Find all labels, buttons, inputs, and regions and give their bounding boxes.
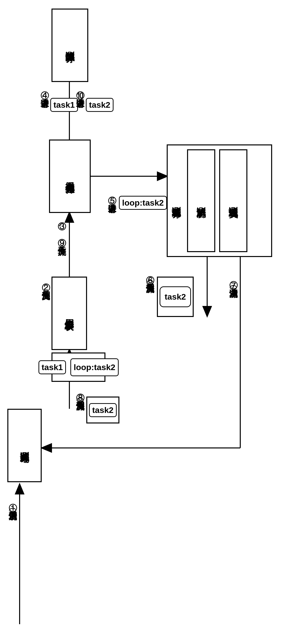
step5-loop-task2-wrap: loop:task2: [119, 196, 167, 210]
test-server-label: 测试服务端: [18, 444, 31, 447]
step8-label: ⑧测试用例文件（测试流）: [75, 387, 86, 395]
step5-loop-task2: loop:task2: [119, 196, 167, 210]
test-logic-service-box: 测试逻辑服务 测试流解析 测试逻辑实现: [167, 144, 272, 257]
step2-loop-task2: loop:task2: [70, 358, 118, 376]
test-logic-impl-label: 测试逻辑实现: [227, 199, 240, 202]
step2-task1: task1: [39, 360, 66, 374]
test-server-box: 测试服务端: [7, 409, 42, 482]
step4-task1: task1: [50, 98, 78, 112]
step10-label: ⑩服务请求: [75, 84, 86, 93]
step8-task2: task2: [89, 403, 117, 417]
step10-task2-wrap: task2: [86, 98, 113, 112]
test-flow-parse-box: 测试流解析: [187, 149, 215, 252]
orchestration-label: 微服务编排组件: [64, 174, 76, 178]
test-component-service-label: 测试组件服务: [64, 44, 76, 47]
connectors-svg: [0, 0, 304, 644]
test-flow-parse-label: 测试流解析: [195, 200, 207, 202]
step2-file-box: task1 loop:task2: [52, 352, 105, 382]
test-logic-impl-box: 测试逻辑实现: [219, 149, 247, 252]
case-parser-label: 用例解析模块: [63, 312, 76, 315]
step8-file-box: task2: [86, 396, 119, 424]
step3-9-label: ③、⑨工作流文件: [56, 216, 68, 240]
test-component-service-box: 测试组件服务: [52, 8, 88, 82]
step6-task2: task2: [160, 286, 191, 307]
test-logic-service-label: 测试逻辑服务: [170, 199, 183, 202]
step6-file-box: task2: [157, 276, 194, 317]
step2-label: ②测试用例文件: [41, 276, 52, 285]
case-parser-box: 用例解析模块: [52, 276, 87, 350]
step5-label: ⑤服务请求: [107, 190, 118, 198]
orchestration-box: 微服务编排组件: [49, 140, 91, 213]
step10-task2: task2: [86, 98, 113, 112]
step1-label: ①测试请求（测试用例）: [7, 497, 19, 505]
step6-label: ⑥测试用例文件（测试流）: [145, 269, 156, 278]
step7-label: ⑦测试请求（测试流）: [228, 274, 239, 282]
step4-task1-wrap: task1: [50, 98, 78, 112]
step4-label: ④服务请求: [39, 84, 51, 93]
